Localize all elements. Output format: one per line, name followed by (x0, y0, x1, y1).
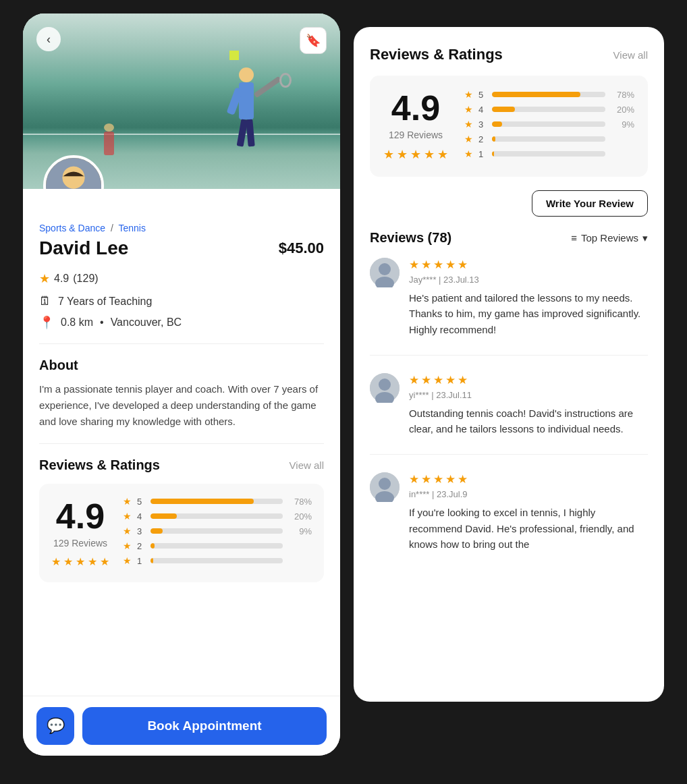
briefcase-icon: 🗓 (39, 294, 51, 308)
breadcrumb: Sports & Dance / Tennis (39, 223, 324, 233)
review-meta: in**** | 23.Jul.9 (409, 489, 648, 499)
coach-price: $45.00 (279, 240, 324, 257)
review-star-icon: ★ (421, 258, 431, 272)
review-text: If you're looking to excel in tennis, I … (409, 505, 648, 552)
divider-2 (39, 443, 324, 444)
breadcrumb-sports[interactable]: Sports & Dance (39, 223, 105, 233)
bar-track (492, 121, 605, 127)
reviews-panel: Reviews & Ratings View all 4.9 129 Revie… (354, 27, 664, 702)
bar-fill (492, 121, 502, 127)
review-body: ★★★★★ Jay**** | 23.Jul.13 He's patient a… (409, 258, 648, 337)
bar-track (492, 92, 605, 97)
bar-row: ★ 4 20% (464, 104, 634, 115)
rating-star-icon: ★ (39, 271, 50, 286)
breadcrumb-separator: / (111, 223, 113, 233)
big-rating-num: 4.9 (51, 499, 109, 534)
rating-value: 4.9 (54, 273, 69, 285)
rating-summary-box-panel: 4.9 129 Reviews ★ ★ ★ ★ ★ ★ 5 78% ★ 4 (370, 76, 648, 177)
tennis-ball (229, 51, 239, 60)
review-star-icon: ★ (433, 472, 443, 486)
stars-row: ★ ★ ★ ★ ★ (51, 555, 109, 568)
tennis-net (23, 134, 340, 135)
reviews-ratings-title: Reviews & Ratings (39, 457, 160, 473)
review-star-icon: ★ (458, 258, 468, 272)
filter-icon: ≡ (571, 232, 577, 244)
reviewer-avatar (370, 472, 400, 502)
book-appointment-button[interactable]: Book Appointment (82, 707, 327, 745)
top-reviews-button[interactable]: ≡ Top Reviews ▾ (571, 232, 648, 244)
reviews-panel-viewall[interactable]: View all (613, 49, 648, 61)
reviews-panel-header: Reviews & Ratings View all (370, 46, 648, 63)
bar-row: ★ 2 (464, 134, 634, 144)
review-body: ★★★★★ yi**** | 23.Jul.11 Outstanding ten… (409, 373, 648, 437)
top-reviews-label: Top Reviews (581, 232, 638, 244)
back-button[interactable]: ‹ (36, 27, 61, 51)
bar-star-icon: ★ (464, 119, 473, 130)
review-meta: Jay**** | 23.Jul.13 (409, 275, 648, 285)
breadcrumb-tennis[interactable]: Tennis (118, 223, 145, 233)
review-star-icon: ★ (421, 472, 431, 486)
bar-track (150, 513, 283, 519)
big-rating: 4.9 129 Reviews ★ ★ ★ ★ ★ (51, 499, 109, 568)
review-star-icon: ★ (433, 373, 443, 387)
bar-star-icon: ★ (123, 511, 132, 522)
write-review-button[interactable]: Write Your Review (532, 190, 648, 217)
right-big-rating: 4.9 129 Reviews ★ ★ ★ ★ ★ (383, 90, 448, 162)
bar-pct: 78% (611, 90, 634, 100)
star-5-icon: ★ (100, 555, 109, 568)
bar-num: 5 (137, 497, 145, 507)
bar-fill (492, 136, 495, 142)
review-star-icon: ★ (409, 373, 419, 387)
bar-track (492, 107, 605, 112)
svg-point-3 (63, 167, 85, 189)
rating-count: (129) (73, 273, 98, 285)
review-item: ★★★★★ in**** | 23.Jul.9 If you're lookin… (370, 472, 648, 569)
reviewer-avatar (370, 258, 400, 287)
bar-star-icon: ★ (464, 89, 473, 100)
bar-track (492, 151, 605, 157)
years-text: 7 Years of Teaching (58, 296, 152, 308)
review-star-icon: ★ (445, 373, 456, 387)
bar-star-icon: ★ (123, 496, 132, 507)
review-stars: ★★★★★ (409, 472, 648, 486)
review-star-icon: ★ (409, 258, 419, 272)
star-bars: ★ 5 78% ★ 4 20% ★ 3 9% (123, 496, 312, 570)
right-rating-subtitle: 129 Reviews (383, 130, 448, 140)
view-all-link[interactable]: View all (290, 459, 324, 471)
bar-pct: 9% (288, 526, 312, 536)
bar-fill (492, 151, 494, 157)
bar-star-icon: ★ (464, 148, 473, 159)
reviews-list: ★★★★★ Jay**** | 23.Jul.13 He's patient a… (370, 258, 648, 587)
bar-fill (492, 107, 515, 112)
bar-num: 4 (478, 105, 487, 115)
star-4-icon: ★ (88, 555, 97, 568)
rating-summary-box: 4.9 129 Reviews ★ ★ ★ ★ ★ ★ 5 78% ★ (39, 484, 324, 582)
bar-num: 1 (137, 556, 145, 566)
right-star-1-icon: ★ (383, 147, 394, 162)
profile-content: Sports & Dance / Tennis David Lee $45.00… (23, 189, 340, 696)
bar-fill (492, 92, 580, 97)
bar-row: ★ 3 9% (123, 526, 312, 536)
bar-star-icon: ★ (123, 555, 132, 566)
bookmark-button[interactable]: 🔖 (300, 27, 327, 54)
bar-star-icon: ★ (123, 526, 132, 536)
bottom-bar: 💬 Book Appointment (23, 696, 340, 756)
bar-pct: 78% (288, 497, 312, 507)
chat-button[interactable]: 💬 (36, 707, 74, 745)
review-star-icon: ★ (445, 472, 456, 486)
review-stars: ★★★★★ (409, 373, 648, 387)
bar-row: ★ 2 (123, 540, 312, 551)
bar-pct: 20% (288, 511, 312, 522)
bar-track (150, 528, 283, 534)
right-star-3-icon: ★ (410, 147, 421, 162)
bar-row: ★ 5 78% (464, 89, 634, 100)
reviewer-avatar (370, 373, 400, 403)
reviews-ratings-header: Reviews & Ratings View all (39, 457, 324, 473)
bar-star-icon: ★ (464, 104, 473, 115)
chevron-down-icon: ▾ (642, 232, 648, 244)
review-item: ★★★★★ yi**** | 23.Jul.11 Outstanding ten… (370, 373, 648, 455)
star-2-icon: ★ (63, 555, 73, 568)
bar-row: ★ 1 (464, 148, 634, 159)
svg-point-8 (379, 379, 391, 391)
location-row: 📍 0.8 km • Vancouver, BC (39, 315, 324, 330)
